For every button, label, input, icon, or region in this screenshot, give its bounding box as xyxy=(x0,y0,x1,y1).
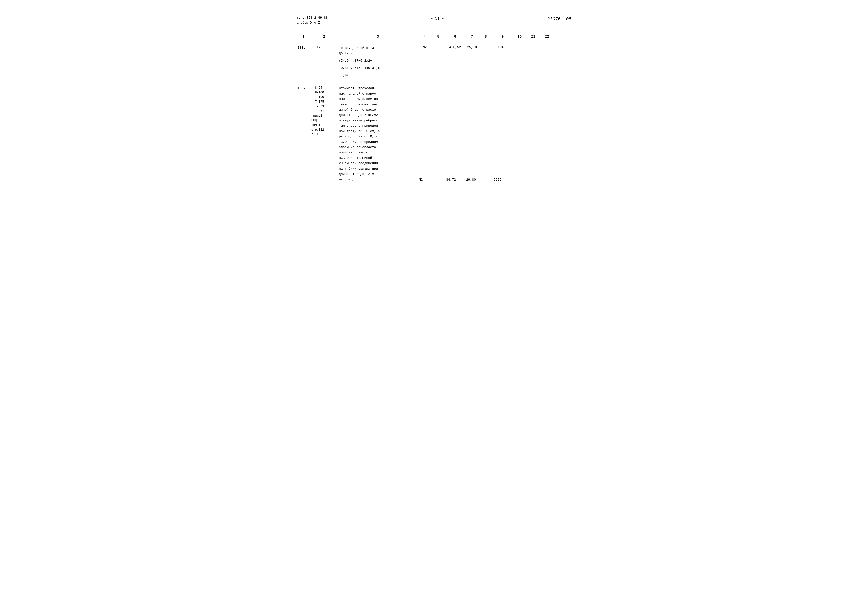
row-184-desc-l6: дом стали до 7 кг/м2 xyxy=(339,112,417,118)
row-184-ref-line8: ССЦ xyxy=(311,118,337,123)
row-184-desc-l1: Стоимость трехслой- xyxy=(339,86,417,91)
row-184-desc-l10: расходом стали IO,I- xyxy=(339,134,417,139)
row-183-col9: IO455 xyxy=(493,45,513,78)
row-184-desc-l13: полистирольного xyxy=(339,150,417,155)
row-184-ref-line1: п.8-94 xyxy=(311,86,337,90)
row-183-col4: М2 xyxy=(418,45,431,78)
col-header-1: I xyxy=(296,35,310,39)
row-183-desc-line1: То же, длиной от 3 xyxy=(339,45,417,51)
row-184-ref-line2: п.8-IOO xyxy=(311,90,337,95)
row-183-col7: 25,IO xyxy=(465,45,479,78)
row-184-desc-l14: ПСБ-О-40 толщиной xyxy=(339,155,417,161)
row-184-desc-l7: и внутренним ребрис- xyxy=(339,118,417,123)
row-184-desc-l5: щиной 5 см, с расхо- xyxy=(339,107,417,112)
row-184-ref-line5: п.I-863 xyxy=(311,104,337,109)
row-184-col6: 84,72 xyxy=(445,86,465,182)
col-header-9: 9 xyxy=(493,35,513,39)
row-183-desc-line3: (I4,9-4,87+6,2x2+ xyxy=(339,58,417,64)
row-184-ref-line4: п.7-I75 xyxy=(311,100,337,104)
row-184-desc-l8: тым слоем с приведен- xyxy=(339,123,417,129)
row-184-desc-l16: на гибких связях при xyxy=(339,166,417,172)
header-doc-ref: т.п. 8I3-2-49.88 xyxy=(296,15,328,20)
row-184-col8 xyxy=(479,86,493,182)
row-184-ref-line11: п.II9 xyxy=(311,132,337,137)
row-184-desc-l15: 20 см при соединении xyxy=(339,161,417,166)
row-183-col11 xyxy=(527,45,540,78)
row-183-spacer1 xyxy=(339,56,417,58)
row-184-ref-line9: том I xyxy=(311,123,337,128)
col-header-2: 2 xyxy=(310,35,338,39)
row-184-desc-l9: ной толщиной I5 см, с xyxy=(339,129,417,134)
row-183-col5 xyxy=(431,45,445,78)
header-left: т.п. 8I3-2-49.88 альбом У ч.I xyxy=(296,15,328,25)
col-header-6: 6 xyxy=(445,35,465,39)
col-header-12: I2 xyxy=(540,35,554,39)
row-183-ref-text: п.II9 xyxy=(311,45,337,50)
column-headers: I 2 3 4 5 6 7 8 9 IO II I2 xyxy=(296,33,572,40)
row-184-number: I84. -"- xyxy=(298,86,309,96)
col-header-11: II xyxy=(527,35,540,39)
row-183-spacer3 xyxy=(339,71,417,73)
row-183-col8 xyxy=(479,45,493,78)
row-183-spacer2 xyxy=(339,64,417,65)
row-184-col4: М2 xyxy=(418,86,431,182)
row-183-id: I83. -"- xyxy=(296,45,310,78)
row-184-col9: 2525 xyxy=(493,86,513,182)
row-183-ref: п.II9 xyxy=(310,45,338,78)
col-header-10: IO xyxy=(513,35,527,39)
top-separator xyxy=(352,10,516,11)
page-header: т.п. 8I3-2-49.88 альбом У ч.I - 5I - 230… xyxy=(296,15,572,25)
header-album: альбом У ч.I xyxy=(296,20,328,25)
row-183-desc-line4: +0,8x0,35+5,I4x0,37)x xyxy=(339,65,417,71)
row-183-desc: То же, длиной от 3 до I2 м (I4,9-4,87+6,… xyxy=(338,45,418,78)
col-header-4: 4 xyxy=(418,35,431,39)
col-header-3: 3 xyxy=(338,35,418,39)
row-183-col10 xyxy=(513,45,527,78)
row-183-col6: 4I6,52 xyxy=(445,45,465,78)
row-184-ref-line7: прим.2 xyxy=(311,114,337,118)
row-184-ref-line10: стр.I22 xyxy=(311,128,337,132)
row-183-number: I83. -"- xyxy=(298,45,309,56)
col-header-7: 7 xyxy=(465,35,479,39)
row-183-desc-line5: xI,02= xyxy=(339,73,417,78)
main-table: I 2 3 4 5 6 7 8 9 IO II I2 I83. -"- п.II… xyxy=(296,33,572,185)
row-184-ref: п.8-94 п.8-IOO п.7-I90 п.7-I75 п.I-863 п… xyxy=(310,86,338,182)
col-header-8: 8 xyxy=(479,35,493,39)
row-184-col12 xyxy=(540,86,554,182)
row-183-col12 xyxy=(540,45,554,78)
row-184-col11 xyxy=(527,86,540,182)
header-page-num: - 5I - xyxy=(431,17,444,21)
row-184-ref-line6: п.I-367 xyxy=(311,109,337,114)
row-184-desc-l4: тяжелого бетона тол- xyxy=(339,102,417,107)
page: т.п. 8I3-2-49.88 альбом У ч.I - 5I - 230… xyxy=(296,10,572,185)
row-184-desc-l12: слоем из пенопласта xyxy=(339,145,417,150)
row-184-desc-l3: ным плоским слоем из xyxy=(339,96,417,102)
table-row: I84. -"- п.8-94 п.8-IOO п.7-I90 п.7-I75 … xyxy=(296,81,572,185)
row-184-ref-line3: п.7-I90 xyxy=(311,95,337,100)
row-184-desc-l11: I3,0 кг/м2 с средним xyxy=(339,139,417,145)
row-184-col10 xyxy=(513,86,527,182)
row-184-col5 xyxy=(431,86,445,182)
row-184-desc-l17: длине от 3 до I2 м, xyxy=(339,172,417,177)
row-184-id: I84. -"- xyxy=(296,86,310,182)
row-184-desc: Стоимость трехслой- ных панелей с наруж-… xyxy=(338,86,418,182)
table-row: I83. -"- п.II9 То же, длиной от 3 до I2 … xyxy=(296,40,572,81)
row-184-desc-l2: ных панелей с наруж- xyxy=(339,91,417,96)
row-184-desc-l18: массой до 5 т xyxy=(339,177,417,182)
col-header-5: 5 xyxy=(431,35,445,39)
table-rows: I83. -"- п.II9 То же, длиной от 3 до I2 … xyxy=(296,40,572,185)
row-183-desc-line2: до I2 м xyxy=(339,51,417,56)
row-184-col7: 29,80 xyxy=(465,86,479,182)
header-doc-num: 23076- 05 xyxy=(547,17,572,22)
